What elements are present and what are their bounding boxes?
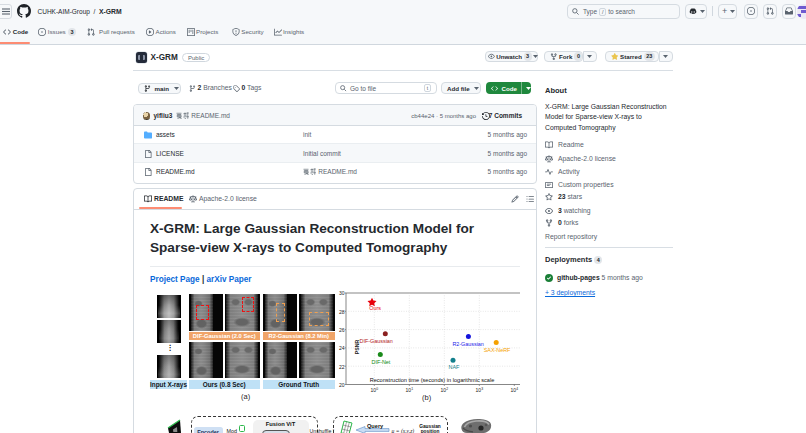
svg-text:20: 20 (339, 382, 345, 388)
svg-text:30: 30 (339, 290, 345, 296)
svg-text:DIF-Gaussian: DIF-Gaussian (360, 338, 393, 344)
svg-text:SAX-NeRF: SAX-NeRF (484, 347, 511, 353)
svg-text:24: 24 (339, 345, 345, 351)
svg-text:Ours: Ours (369, 305, 381, 311)
svg-text:104: 104 (511, 387, 519, 393)
svg-text:R2-Gaussian: R2-Gaussian (452, 341, 483, 347)
svg-text:102: 102 (441, 387, 449, 393)
svg-text:26: 26 (339, 327, 345, 333)
svg-text:101: 101 (406, 387, 414, 393)
svg-text:28: 28 (339, 309, 345, 315)
svg-text:22: 22 (339, 364, 345, 370)
svg-text:NAF: NAF (449, 364, 460, 370)
svg-text:103: 103 (476, 387, 484, 393)
svg-text:DIF-Net: DIF-Net (372, 359, 391, 365)
svg-text:Reconstruction time (seconds): Reconstruction time (seconds) in logarit… (370, 377, 495, 383)
svg-text:100: 100 (371, 387, 379, 393)
svg-text:PSNR: PSNR (354, 340, 360, 355)
